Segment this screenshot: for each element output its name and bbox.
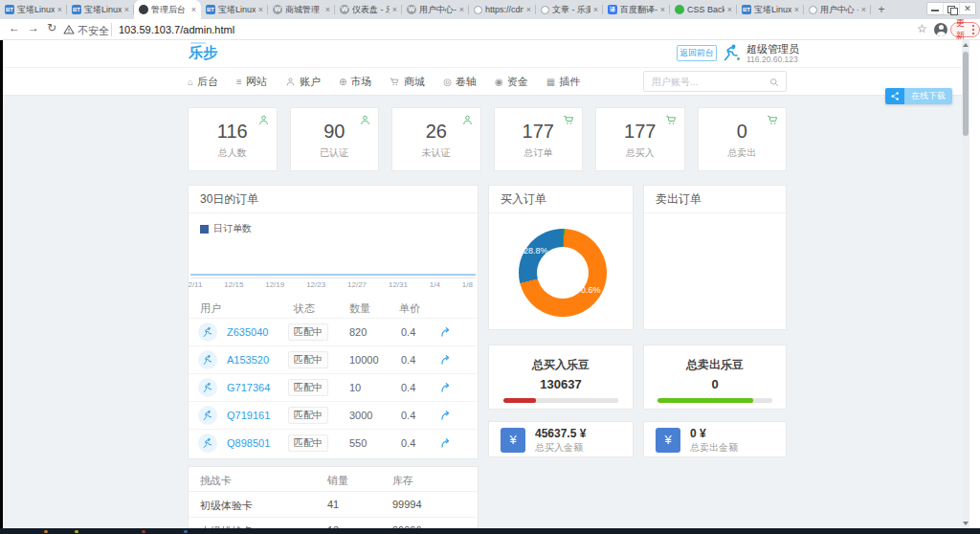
- tab-close-icon[interactable]: ×: [526, 5, 531, 14]
- buy-beans-bar: [503, 398, 618, 403]
- nav-item-dashboard[interactable]: ⌂后台: [188, 75, 218, 89]
- browser-tab[interactable]: W用户中心-乐×: [402, 0, 469, 19]
- card-name-cell: 初级体验卡: [200, 499, 253, 513]
- nav-item-scroll[interactable]: ◎卷轴: [443, 75, 477, 89]
- search-input[interactable]: [652, 73, 762, 90]
- browser-tab[interactable]: 文章 - 乐测×: [536, 0, 603, 19]
- user-link[interactable]: G717364: [227, 382, 270, 393]
- url-text[interactable]: 103.59.103.7/admin.html: [119, 24, 234, 35]
- table-row[interactable]: Q719161匹配中30000.4: [189, 401, 478, 429]
- table-row[interactable]: 初级体验卡 41 99994: [189, 492, 478, 518]
- buy-beans-title: 总买入乐豆: [489, 357, 633, 373]
- browser-tab[interactable]: BT宝塔Linux面×: [737, 0, 804, 19]
- bookmark-star-icon[interactable]: ☆: [917, 22, 927, 35]
- cart-icon: [390, 77, 400, 87]
- nav-item-accounts[interactable]: 账户: [285, 75, 321, 89]
- buy-amount-label: 总买入金额: [535, 441, 583, 455]
- site-logo[interactable]: 乐步: [189, 44, 217, 62]
- nav-item-mall[interactable]: 商城: [390, 75, 425, 89]
- online-status-dot: [736, 56, 741, 61]
- col-stock: 库存: [392, 474, 413, 488]
- globe-icon: ⊕: [339, 77, 346, 87]
- user-link[interactable]: Z635040: [227, 326, 268, 338]
- user-link[interactable]: Q898501: [227, 437, 270, 449]
- jump-arrow-icon[interactable]: [439, 325, 453, 339]
- download-float-button[interactable]: 在线下载: [885, 88, 952, 104]
- jump-arrow-icon[interactable]: [439, 381, 453, 394]
- funds-icon: ◉: [495, 77, 503, 87]
- chart-legend[interactable]: 日订单数: [200, 222, 252, 235]
- nav-label: 网站: [246, 75, 267, 89]
- user-link[interactable]: Q719161: [227, 410, 270, 421]
- admin-avatar[interactable]: [722, 43, 741, 62]
- table-row[interactable]: G717364匹配中100.4: [189, 373, 478, 401]
- x-tick: 1/4: [430, 280, 440, 292]
- cart-icon: [665, 114, 678, 126]
- browser-tab-active[interactable]: 管理后台×: [134, 0, 201, 19]
- browser-update-button[interactable]: 更新: [950, 22, 980, 37]
- browser-tab[interactable]: 用户中心 - 乐×: [804, 0, 871, 19]
- new-tab-button[interactable]: +: [871, 0, 892, 19]
- nav-item-plugins[interactable]: ▦插件: [546, 75, 580, 89]
- browser-tab[interactable]: https://cdn...×: [469, 0, 536, 19]
- nav-item-website[interactable]: ≡网站: [236, 75, 267, 89]
- browser-tab[interactable]: CSS Backgr...×: [670, 0, 737, 19]
- table-row[interactable]: Z635040匹配中8200.4: [189, 318, 478, 345]
- browser-tab[interactable]: BT宝塔Linux面×: [0, 0, 67, 19]
- browser-profile-avatar[interactable]: [934, 23, 947, 36]
- scroll-down-arrow-icon[interactable]: [963, 522, 969, 525]
- tab-close-icon[interactable]: ×: [660, 5, 665, 14]
- taskbar-icon: [184, 530, 188, 533]
- browser-tab[interactable]: BT宝塔Linux面×: [201, 0, 268, 19]
- tab-close-icon[interactable]: ×: [258, 5, 263, 14]
- back-icon[interactable]: ←: [9, 21, 20, 34]
- buy-beans-card: 总买入乐豆 130637: [488, 345, 634, 410]
- tab-close-icon[interactable]: ×: [861, 5, 866, 14]
- stat-total-users: 116总人数: [188, 107, 278, 171]
- browser-menu-icon[interactable]: [972, 25, 974, 34]
- sell-beans-bar: [657, 398, 772, 403]
- table-row[interactable]: Q898501匹配中5500.4: [189, 429, 478, 456]
- tab-close-icon[interactable]: ×: [57, 5, 62, 14]
- tab-title: 管理后台: [151, 4, 189, 16]
- tab-close-icon[interactable]: ×: [794, 5, 799, 14]
- tab-close-icon[interactable]: ×: [593, 5, 598, 14]
- jump-arrow-icon[interactable]: [439, 436, 453, 450]
- reload-icon[interactable]: ↻: [47, 21, 56, 34]
- nav-item-market[interactable]: ⊕市场: [339, 75, 371, 89]
- table-row[interactable]: A153520匹配中100000.4: [189, 345, 478, 373]
- browser-tab[interactable]: W仪表盘 - 乐×: [335, 0, 402, 19]
- update-label: 更新: [956, 17, 969, 42]
- tab-close-icon[interactable]: ×: [325, 5, 330, 14]
- tab-close-icon[interactable]: ×: [459, 5, 464, 14]
- tab-close-icon[interactable]: ×: [727, 5, 732, 14]
- x-tick: 12/11: [189, 280, 202, 292]
- orders-table-header: 用户 状态 数量 单价: [189, 297, 478, 318]
- status-badge: 匹配中: [288, 407, 328, 424]
- forward-icon[interactable]: →: [28, 21, 39, 34]
- back-to-front-button[interactable]: 返回前台: [677, 45, 717, 61]
- stat-label: 总卖出: [699, 146, 787, 160]
- tab-close-icon[interactable]: ×: [124, 5, 129, 14]
- nav-item-funds[interactable]: ◉资金: [495, 75, 528, 89]
- jump-arrow-icon[interactable]: [439, 353, 453, 367]
- avatar: [198, 378, 217, 397]
- user-search-box[interactable]: [643, 71, 787, 92]
- tab-title: https://cdn...: [485, 5, 523, 14]
- browser-tab[interactable]: 译百度翻译-20×: [603, 0, 670, 19]
- user-link[interactable]: A153520: [227, 354, 269, 366]
- stat-total-sells: 0总卖出: [698, 107, 788, 171]
- restore-button[interactable]: [944, 3, 960, 14]
- tab-close-icon[interactable]: ×: [191, 5, 196, 14]
- page-scrollbar[interactable]: [962, 40, 969, 528]
- browser-tab[interactable]: W商城管理 - 3×: [268, 0, 335, 19]
- close-window-button[interactable]: ✕: [960, 3, 975, 14]
- minimize-button[interactable]: [927, 3, 944, 14]
- tab-close-icon[interactable]: ×: [392, 5, 397, 14]
- search-icon[interactable]: [768, 77, 780, 88]
- not-secure-warning-icon[interactable]: [63, 24, 75, 35]
- browser-tab[interactable]: BT宝塔Linux面×: [67, 0, 134, 19]
- jump-arrow-icon[interactable]: [439, 409, 453, 422]
- scrollbar-thumb[interactable]: [963, 52, 969, 136]
- scroll-up-arrow-icon[interactable]: [963, 43, 969, 47]
